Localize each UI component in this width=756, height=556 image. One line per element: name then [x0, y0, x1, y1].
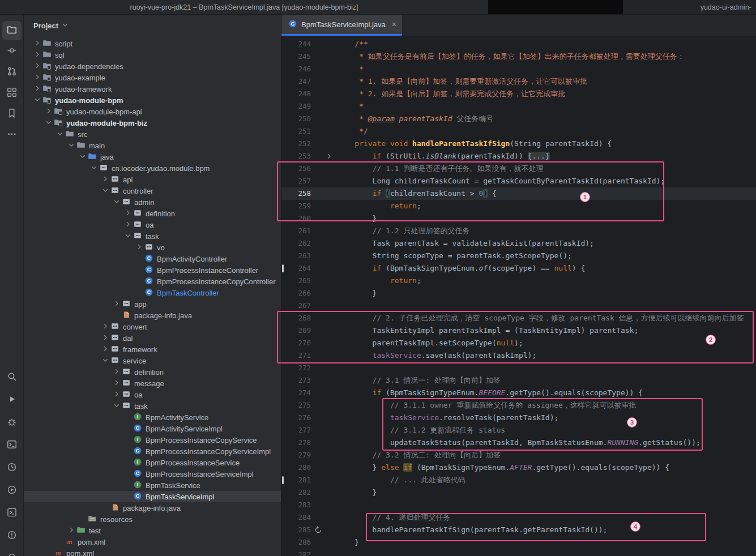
code-line[interactable]: 283: [281, 499, 756, 511]
tree-item[interactable]: task: [24, 230, 281, 242]
tree-item[interactable]: CBpmTaskController: [24, 287, 281, 298]
tree-item[interactable]: yudao-framework: [24, 83, 281, 95]
code-text[interactable]: }: [336, 486, 756, 499]
build-icon[interactable]: [2, 504, 22, 523]
chevron-right-icon[interactable]: [112, 299, 121, 310]
chevron-down-icon[interactable]: [123, 231, 133, 242]
tree-item[interactable]: yudao-example: [24, 72, 281, 83]
gutter[interactable]: 263: [281, 250, 336, 262]
gutter[interactable]: 272: [281, 362, 336, 374]
tree-item[interactable]: IBpmActivityService: [24, 412, 281, 423]
tree-item[interactable]: framework: [24, 344, 281, 355]
line-number[interactable]: 262: [281, 237, 311, 250]
line-number[interactable]: 253: [281, 150, 311, 162]
gutter[interactable]: 283: [281, 499, 336, 511]
chevron-down-icon[interactable]: [101, 186, 110, 196]
gutter[interactable]: 286: [281, 536, 336, 549]
project-panel-header[interactable]: Project: [24, 15, 281, 36]
code-line[interactable]: 263 String scopeType = parentTask.getSco…: [281, 250, 756, 262]
bookmarks-icon[interactable]: [2, 105, 22, 124]
code-line[interactable]: 281 // ... 此处省略代码: [281, 474, 756, 486]
line-number[interactable]: 287: [281, 549, 311, 556]
line-number[interactable]: 273: [281, 374, 311, 387]
tree-item[interactable]: IBpmProcessInstanceCopyService: [24, 434, 281, 446]
chevron-down-icon[interactable]: [44, 118, 53, 129]
code-line[interactable]: 257 Long childrenTaskCount = getTaskCoun…: [281, 175, 756, 187]
code-text[interactable]: if (BpmTaskSignTypeEnum.of(scopeType) ==…: [336, 262, 756, 275]
line-number[interactable]: 258: [281, 187, 311, 200]
chevron-right-icon[interactable]: [33, 61, 42, 72]
line-number[interactable]: 263: [281, 250, 311, 262]
code-line[interactable]: 261 // 1.2 只处理加签的父任务: [281, 225, 756, 237]
code-text[interactable]: return;: [336, 200, 756, 212]
history-icon[interactable]: [2, 459, 22, 478]
tree-item[interactable]: definition: [24, 366, 281, 378]
gutter[interactable]: 245: [281, 50, 336, 63]
code-line[interactable]: 278 updateTaskStatus(parentTaskId, BpmTa…: [281, 437, 756, 449]
chevron-down-icon[interactable]: [55, 129, 65, 140]
code-text[interactable]: // 3.1.2 更新流程任务 status: [336, 424, 756, 437]
notifications-icon[interactable]: [2, 549, 22, 556]
code-line[interactable]: 251 */: [281, 125, 756, 138]
code-line[interactable]: 247 * 1. 如果是【向前】加签，则需要重新激活父任务，让它可以被审批: [281, 75, 756, 88]
tree-item[interactable]: service: [24, 355, 281, 366]
search-icon[interactable]: [2, 368, 22, 387]
chevron-right-icon[interactable]: [33, 72, 42, 83]
code-line[interactable]: 279 // 3.2 情况二: 处理向【向后】加签: [281, 449, 756, 461]
gutter[interactable]: 271: [281, 349, 336, 362]
gutter[interactable]: 256: [281, 162, 336, 175]
line-number[interactable]: 282: [281, 486, 311, 499]
tree-item[interactable]: IBpmTaskService: [24, 480, 281, 491]
code-text[interactable]: // 3.1 情况一: 处理向【向前】加签: [336, 374, 756, 387]
code-line[interactable]: 265 return;: [281, 275, 756, 287]
code-line[interactable]: 267: [281, 300, 756, 312]
line-number[interactable]: 280: [281, 461, 311, 474]
gutter[interactable]: 280: [281, 461, 336, 474]
line-number[interactable]: 257: [281, 175, 311, 187]
gutter[interactable]: 260: [281, 212, 336, 225]
line-number[interactable]: 266: [281, 287, 311, 300]
line-number[interactable]: 283: [281, 499, 311, 511]
code-line[interactable]: 245 * 如果父任务是有前后【加签】的任务，如果它【加签】出来的子任务都被处理…: [281, 50, 756, 63]
chevron-right-icon[interactable]: [123, 220, 133, 230]
chevron-right-icon[interactable]: [33, 39, 42, 49]
structure-icon[interactable]: [2, 84, 22, 103]
code-text[interactable]: if (childrenTaskCount > 0) {: [336, 187, 756, 200]
gutter[interactable]: 264: [281, 262, 336, 275]
code-text[interactable]: * @param parentTaskId 父任务编号: [336, 113, 756, 125]
gutter[interactable]: 246: [281, 63, 336, 75]
chevron-right-icon[interactable]: [112, 390, 121, 400]
code-line[interactable]: 258 if (childrenTaskCount > 0) {: [281, 187, 756, 200]
chevron-right-icon[interactable]: [33, 84, 42, 95]
tree-item[interactable]: oa: [24, 219, 281, 230]
code-line[interactable]: 275 // 3.1.1 owner 重新赋值给父任务的 assignee，这样…: [281, 399, 756, 412]
line-number[interactable]: 259: [281, 200, 311, 212]
chevron-right-icon[interactable]: [101, 344, 110, 355]
code-text[interactable]: * 2. 如果是【向后】加签，则需要完成父任务，让它完成审批: [336, 88, 756, 100]
terminal-icon[interactable]: [2, 436, 22, 455]
chevron-right-icon[interactable]: [123, 208, 133, 219]
line-number[interactable]: 265: [281, 275, 311, 287]
line-number[interactable]: 285: [281, 524, 311, 536]
tree-item[interactable]: admin: [24, 196, 281, 208]
line-number[interactable]: 275: [281, 399, 311, 412]
chevron-down-icon[interactable]: [89, 163, 99, 174]
tree-item[interactable]: script: [24, 38, 281, 49]
gutter[interactable]: 281: [281, 474, 336, 486]
fold-chevron-icon[interactable]: [324, 152, 334, 161]
gutter[interactable]: 268: [281, 312, 336, 324]
gutter[interactable]: 285: [281, 524, 336, 536]
code-line[interactable]: 277 // 3.1.2 更新流程任务 status: [281, 424, 756, 437]
tree-item[interactable]: app: [24, 298, 281, 310]
gutter[interactable]: 267: [281, 300, 336, 312]
code-line[interactable]: 262 Task parentTask = validateTaskExist(…: [281, 237, 756, 250]
code-text[interactable]: private void handleParentTaskIfSign(Stri…: [336, 138, 756, 150]
tree-item[interactable]: package-info.java: [24, 502, 281, 514]
tree-item[interactable]: resources: [24, 514, 281, 525]
debug-icon[interactable]: [2, 413, 22, 433]
gutter[interactable]: 257: [281, 175, 336, 187]
code-text[interactable]: }: [336, 212, 756, 225]
gutter[interactable]: 278: [281, 437, 336, 449]
tab-bpmtaskserviceimpl[interactable]: C BpmTaskServiceImpl.java ×: [281, 15, 402, 36]
code-text[interactable]: *: [336, 100, 756, 113]
